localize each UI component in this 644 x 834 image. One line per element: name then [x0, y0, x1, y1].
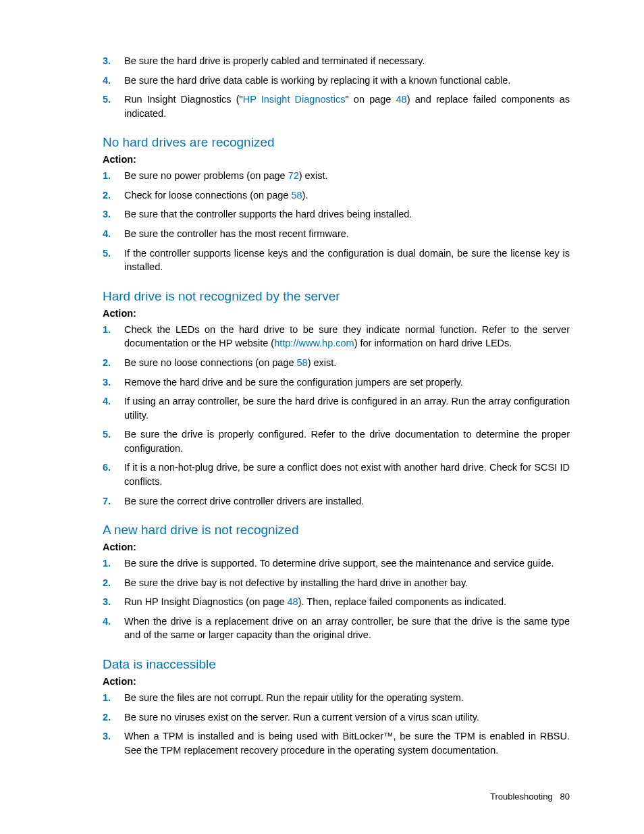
list-number: 4.: [103, 394, 116, 409]
list-number: 1.: [103, 691, 116, 705]
cross-reference-link[interactable]: 72: [288, 170, 299, 181]
cross-reference-link[interactable]: 58: [297, 357, 308, 368]
action-label: Action:: [103, 154, 570, 165]
continued-list: 3.Be sure the hard drive is properly cab…: [103, 54, 570, 120]
list-item: 5.Be sure the drive is properly configur…: [103, 427, 570, 455]
list-number: 1.: [103, 169, 116, 183]
list-number: 6.: [103, 461, 116, 475]
list-number: 3.: [103, 54, 116, 68]
list-number: 4.: [103, 227, 116, 241]
action-list: 1.Be sure the files are not corrupt. Run…: [103, 691, 570, 757]
list-item: 2.Be sure no viruses exist on the server…: [103, 710, 570, 725]
list-number: 3.: [103, 595, 116, 609]
list-item: 3.Be sure the hard drive is properly cab…: [103, 54, 570, 68]
list-item: 6.If it is a non-hot-plug drive, be sure…: [103, 461, 570, 488]
action-label: Action:: [103, 308, 570, 319]
cross-reference-link[interactable]: 48: [288, 596, 298, 607]
cross-reference-link[interactable]: http://www.hp.com: [274, 338, 354, 348]
list-item: 1.Be sure the drive is supported. To det…: [103, 556, 570, 571]
list-number: 4.: [103, 615, 116, 629]
list-item: 4.If using an array controller, be sure …: [103, 394, 570, 422]
list-number: 5.: [103, 93, 116, 107]
list-number: 2.: [103, 710, 116, 725]
cross-reference-link[interactable]: HP Insight Diagnostics: [243, 94, 346, 105]
list-number: 2.: [103, 576, 116, 590]
section-heading: No hard drives are recognized: [103, 135, 570, 150]
list-number: 1.: [103, 556, 116, 571]
list-item: 3.Be sure that the controller supports t…: [103, 207, 570, 221]
cross-reference-link[interactable]: 58: [291, 190, 302, 201]
action-label: Action:: [103, 676, 570, 687]
section-heading: Hard drive is not recognized by the serv…: [103, 289, 570, 304]
list-item: 3.When a TPM is installed and is being u…: [103, 729, 570, 757]
footer-page: 80: [560, 791, 570, 802]
footer-label: Troubleshooting: [490, 791, 553, 802]
list-item: 4.When the drive is a replacement drive …: [103, 615, 570, 642]
section-heading: Data is inaccessible: [103, 657, 570, 672]
action-list: 1.Be sure the drive is supported. To det…: [103, 556, 570, 642]
list-item: 3.Run HP Insight Diagnostics (on page 48…: [103, 595, 570, 609]
list-number: 3.: [103, 729, 116, 744]
cross-reference-link[interactable]: 48: [396, 94, 407, 105]
list-item: 1.Check the LEDs on the hard drive to be…: [103, 323, 570, 350]
action-list: 1.Check the LEDs on the hard drive to be…: [103, 323, 570, 508]
list-number: 3.: [103, 207, 116, 221]
action-list: 1.Be sure no power problems (on page 72)…: [103, 169, 570, 273]
page-footer: Troubleshooting 80: [490, 791, 570, 802]
list-item: 2.Be sure the drive bay is not defective…: [103, 576, 570, 590]
list-item: 2.Be sure no loose connections (on page …: [103, 356, 570, 370]
list-number: 4.: [103, 74, 116, 88]
list-number: 5.: [103, 427, 116, 442]
list-item: 5.Run Insight Diagnostics ("HP Insight D…: [103, 93, 570, 120]
list-number: 2.: [103, 356, 116, 370]
list-number: 7.: [103, 494, 116, 509]
list-item: 2.Check for loose connections (on page 5…: [103, 188, 570, 203]
list-number: 3.: [103, 375, 116, 390]
section-heading: A new hard drive is not recognized: [103, 523, 570, 538]
list-item: 1.Be sure no power problems (on page 72)…: [103, 169, 570, 183]
list-number: 1.: [103, 323, 116, 337]
list-item: 3.Remove the hard drive and be sure the …: [103, 375, 570, 390]
document-page: 3.Be sure the hard drive is properly cab…: [0, 0, 644, 834]
list-number: 2.: [103, 188, 116, 203]
list-item: 1.Be sure the files are not corrupt. Run…: [103, 691, 570, 705]
list-item: 4.Be sure the controller has the most re…: [103, 227, 570, 241]
list-item: 4.Be sure the hard drive data cable is w…: [103, 74, 570, 88]
list-item: 5.If the controller supports license key…: [103, 246, 570, 274]
list-number: 5.: [103, 246, 116, 261]
list-item: 7.Be sure the correct drive controller d…: [103, 494, 570, 509]
action-label: Action:: [103, 542, 570, 552]
